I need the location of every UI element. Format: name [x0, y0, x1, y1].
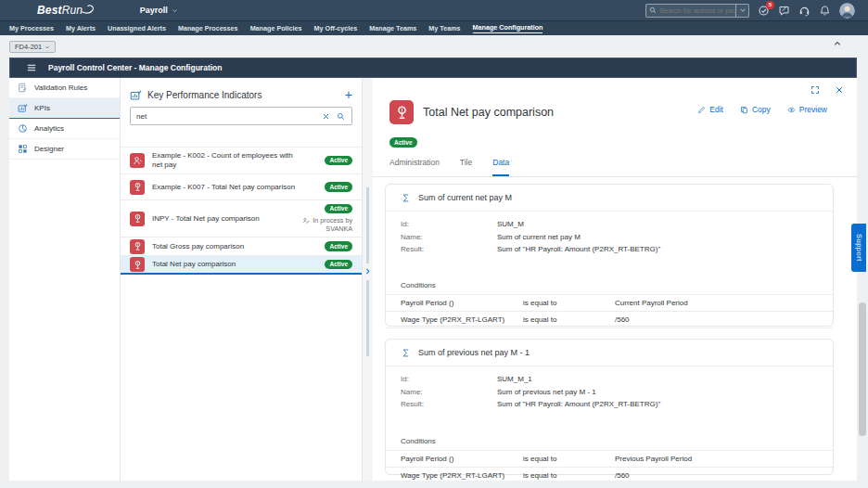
kpi-search-input[interactable]: [131, 112, 322, 121]
conditions-heading: Conditions: [386, 281, 833, 289]
nav-manage-processes[interactable]: Manage Processes: [178, 24, 238, 33]
bestrun-logo[interactable]: BestRun: [37, 4, 97, 17]
notifications-button[interactable]: [819, 5, 831, 17]
nav-my-teams[interactable]: My Teams: [428, 24, 460, 33]
search-icon: [649, 6, 657, 14]
status-badge: Active: [325, 204, 352, 214]
todo-check-button[interactable]: 5: [758, 5, 770, 17]
measure-card-sum-current: Sum of current net pay M Id:SUM_M Name:S…: [385, 184, 834, 327]
cloud-swoosh-icon: [82, 2, 97, 16]
nav-my-alerts[interactable]: My Alerts: [66, 24, 96, 33]
app-menu-label: Payroll: [140, 6, 168, 15]
conditions-table: Payroll Period () is equal to Previous P…: [386, 450, 833, 482]
shell-top-bar: BestRun Payroll 5: [0, 0, 868, 20]
splitter-grip: [366, 187, 369, 263]
kpi-list-item[interactable]: Example - K002 - Count of employees with…: [121, 148, 362, 174]
analytics-icon: [18, 123, 28, 134]
system-band: FD4-201: [0, 35, 868, 58]
sidebar-item-validation-rules[interactable]: Validation Rules: [9, 78, 120, 98]
shell-search-input[interactable]: [659, 6, 735, 15]
system-tab-fd4-201[interactable]: FD4-201: [9, 41, 56, 53]
edit-button[interactable]: Edit: [697, 105, 723, 114]
bell-icon: [819, 5, 831, 17]
nav-my-off-cycles[interactable]: My Off-cycles: [314, 24, 358, 33]
conditions-heading: Conditions: [386, 437, 833, 445]
money-tile-icon: [130, 239, 145, 254]
nav-manage-policies[interactable]: Manage Policies: [250, 24, 302, 33]
shell-search[interactable]: [645, 4, 749, 18]
condition-row: Payroll Period () is equal to Current Pa…: [386, 295, 833, 312]
notification-count-badge: 5: [766, 1, 774, 9]
in-process-user: SVANKA: [326, 225, 352, 233]
close-icon[interactable]: [835, 85, 844, 95]
kpi-search-field[interactable]: [130, 107, 352, 125]
kpi-list-item[interactable]: Example - K007 - Total Net pay compariso…: [121, 174, 362, 200]
validation-rules-icon: [18, 83, 28, 93]
tab-tile[interactable]: Tile: [460, 158, 472, 176]
brand-bold: Best: [37, 4, 62, 17]
panel-splitter[interactable]: [363, 78, 373, 481]
tab-data[interactable]: Data: [492, 158, 509, 176]
field-value: Sum of "HR Payroll: Amount (P2RX_RT-BETR…: [497, 400, 660, 408]
nav-unassigned-alerts[interactable]: Unassigned Alerts: [108, 24, 166, 33]
status-badge: Active: [325, 241, 352, 251]
nav-my-processes[interactable]: My Processes: [9, 24, 54, 33]
field-value: Sum of "HR Payroll: Amount (P2RX_RT-BETR…: [497, 245, 660, 253]
sidebar-item-designer[interactable]: Designer: [9, 139, 120, 160]
chevron-down-icon: [45, 45, 50, 50]
kpi-chart-icon: [18, 103, 28, 113]
kpi-item-title: INPY - Total Net pay comparison: [152, 214, 300, 224]
shell-nav-bar: My Processes My Alerts Unassigned Alerts…: [0, 20, 868, 35]
page-header: Payroll Control Center - Manage Configur…: [9, 58, 857, 78]
screen: BestRun Payroll 5 My Processes My Ale: [0, 0, 868, 488]
sidebar-item-label: KPIs: [34, 104, 50, 112]
support-button[interactable]: [798, 5, 811, 17]
feedback-button[interactable]: [778, 5, 790, 17]
designer-icon: [18, 144, 28, 154]
headset-icon: [798, 5, 811, 17]
field-value: Sum of current net pay M: [497, 233, 581, 241]
sidebar-item-kpis[interactable]: KPIs: [9, 98, 120, 119]
hamburger-menu-icon[interactable]: [26, 62, 37, 73]
eye-icon: [787, 106, 796, 114]
sidebar-item-label: Analytics: [34, 124, 64, 133]
enter-fullscreen-icon[interactable]: [811, 85, 820, 95]
in-process-note: In process by: [302, 216, 352, 225]
brand-light: Run: [62, 4, 83, 17]
tab-divider: [373, 176, 857, 177]
preview-button[interactable]: Preview: [787, 105, 827, 114]
measure-card-sum-previous: Sum of previous net pay M - 1 Id:SUM_M_1…: [385, 339, 834, 475]
search-scope-dropdown[interactable]: [735, 5, 748, 17]
collapse-panel-chevron-icon[interactable]: [364, 267, 372, 276]
money-tile-icon: [130, 180, 145, 195]
app-menu-payroll[interactable]: Payroll: [140, 6, 178, 15]
nav-manage-configuration[interactable]: Manage Configuration: [473, 23, 543, 33]
add-kpi-button[interactable]: +: [345, 88, 352, 101]
chevron-down-icon: [172, 7, 178, 14]
user-avatar[interactable]: [839, 3, 855, 19]
nav-manage-teams[interactable]: Manage Teams: [369, 24, 416, 33]
vertical-scrollbar[interactable]: [859, 302, 866, 436]
sum-icon: [401, 348, 411, 358]
copy-icon: [740, 106, 748, 114]
clear-search-icon[interactable]: [322, 112, 330, 121]
kpi-list-item-selected[interactable]: Total Net pay comparison Active: [121, 256, 362, 275]
field-label: Id:: [401, 375, 497, 383]
support-tab[interactable]: Support: [851, 224, 866, 272]
system-tab-label: FD4-201: [15, 43, 42, 51]
sidebar-item-analytics[interactable]: Analytics: [9, 119, 120, 139]
avatar-icon: [839, 3, 855, 19]
kpi-detail-panel: Total Net pay comparison Edit Copy Previ…: [373, 78, 857, 481]
employee-tile-icon: [130, 153, 145, 168]
card-title: Sum of previous net pay M - 1: [418, 348, 530, 357]
kpi-list-item[interactable]: Total Gross pay comparison Active: [121, 238, 362, 256]
kpi-list-item[interactable]: INPY - Total Net pay comparison Active I…: [121, 200, 362, 238]
status-badge: Active: [325, 182, 352, 192]
tab-administration[interactable]: Administration: [389, 158, 440, 176]
collapse-band-button[interactable]: [833, 39, 842, 48]
copy-button[interactable]: Copy: [740, 105, 771, 114]
condition-row: Payroll Period () is equal to Previous P…: [386, 451, 833, 468]
card-title: Sum of current net pay M: [418, 193, 512, 202]
search-icon[interactable]: [337, 112, 345, 121]
field-label: Id:: [401, 220, 497, 228]
